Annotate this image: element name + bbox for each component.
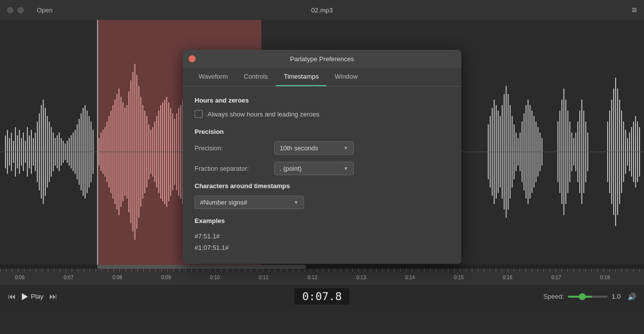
traffic-red[interactable] (7, 7, 13, 13)
precision-dropdown-value: 10th seconds (280, 144, 318, 152)
play-icon (22, 293, 28, 300)
hours-zeroes-heading: Hours and zeroes (195, 97, 449, 104)
timeline-label-1: 0:06 (15, 275, 24, 280)
separator-label: Fraction separator: (195, 165, 274, 172)
play-button[interactable]: Play (22, 293, 43, 300)
timeline-label-10: 0:15 (454, 275, 463, 280)
precision-dropdown[interactable]: 10th seconds ▼ (274, 141, 354, 155)
playbar: ⏮ Play ⏭ 0:07.8 Speed: 1.0 🔊 (0, 284, 644, 309)
speed-section: Speed: 1.0 🔊 (543, 293, 636, 301)
preferences-dialog: Parlatype Preferences Waveform Controls … (183, 50, 461, 264)
timeline-label-9: 0:14 (405, 275, 415, 280)
speed-value: 1.0 (612, 293, 624, 300)
characters-dropdown[interactable]: #Number signs# ▼ (195, 196, 304, 209)
dialog-tabs: Waveform Controls Timestamps Window (183, 68, 461, 87)
examples-heading: Examples (195, 217, 449, 224)
hours-zeroes-row: Always show hours and leading zeroes (195, 110, 449, 118)
precision-dropdown-arrow: ▼ (343, 145, 348, 151)
timeline-label-2: 0:07 (64, 275, 73, 280)
timeline-label-11: 0:16 (503, 275, 512, 280)
timeline-label-12: 0:17 (551, 275, 561, 280)
speed-label: Speed: (543, 293, 564, 300)
play-label: Play (31, 293, 43, 300)
window-title: 02.mp3 (311, 6, 332, 14)
titlebar: Open 02.mp3 ≡ (0, 0, 644, 20)
timeline-label-6: 0:11 (259, 275, 268, 280)
tab-waveform[interactable]: Waveform (191, 68, 236, 86)
hours-zeroes-checkbox[interactable] (195, 110, 203, 118)
separator-dropdown-arrow: ▼ (343, 166, 348, 171)
characters-heading: Characters around timestamps (195, 182, 449, 190)
volume-icon[interactable]: 🔊 (628, 293, 636, 301)
timeline-label-3: 0:08 (112, 275, 122, 280)
characters-dropdown-arrow: ▼ (294, 200, 299, 205)
precision-heading: Precision (195, 128, 449, 135)
separator-dropdown[interactable]: . (point) ▼ (274, 162, 354, 175)
skip-back-button[interactable]: ⏮ (8, 292, 16, 301)
characters-row: #Number signs# ▼ (195, 196, 449, 209)
dialog-titlebar: Parlatype Preferences (183, 50, 461, 68)
tab-window[interactable]: Window (326, 68, 365, 86)
timeline-label-4: 0:09 (161, 275, 171, 280)
traffic-yellow[interactable] (17, 7, 24, 13)
scroll-thumb[interactable] (97, 265, 306, 269)
separator-row: Fraction separator: . (point) ▼ (195, 162, 449, 175)
dialog-close-button[interactable] (189, 55, 196, 62)
tab-controls[interactable]: Controls (236, 68, 276, 86)
example1: #7:51.1# (195, 230, 449, 242)
tab-timestamps[interactable]: Timestamps (276, 68, 326, 86)
dialog-title: Parlatype Preferences (290, 55, 354, 63)
timeline-label-5: 0:10 (210, 275, 219, 280)
characters-dropdown-value: #Number signs# (200, 199, 247, 206)
separator-dropdown-value: . (point) (280, 165, 302, 172)
examples-section: Examples #7:51.1# #1:07:51.1# (195, 217, 449, 254)
scroll-bar[interactable] (0, 265, 644, 269)
hours-zeroes-label: Always show hours and leading zeroes (208, 111, 320, 118)
timeline-label-7: 0:12 (308, 275, 317, 280)
precision-label: Precision: (195, 144, 274, 152)
timeline-label-13: 0:18 (600, 275, 610, 280)
open-button[interactable]: Open (37, 6, 53, 14)
titlebar-left: Open (7, 6, 53, 14)
menu-icon[interactable]: ≡ (632, 5, 637, 15)
skip-forward-button[interactable]: ⏭ (49, 292, 57, 301)
example2: #1:07:51.1# (195, 242, 449, 253)
playhead (97, 20, 98, 269)
dialog-body: Hours and zeroes Always show hours and l… (183, 87, 461, 264)
time-display: 0:07.8 (294, 288, 349, 305)
speed-slider[interactable] (568, 296, 608, 298)
timeline-label-8: 0:13 (356, 275, 366, 280)
precision-row: Precision: 10th seconds ▼ (195, 141, 449, 155)
timeline: 0:06 0:07 0:08 0:09 0:10 0:11 0:12 0:13 … (0, 269, 644, 284)
